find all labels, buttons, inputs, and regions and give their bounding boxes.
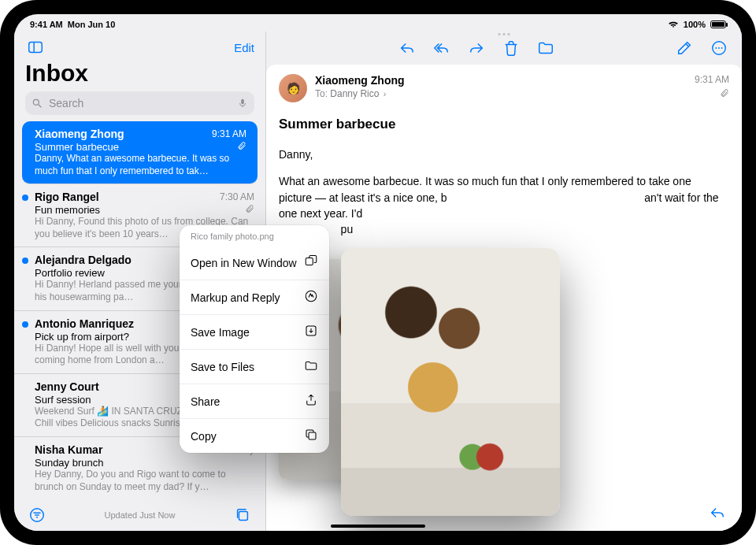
svg-point-11 bbox=[715, 47, 717, 49]
multitask-grip[interactable] bbox=[498, 33, 510, 35]
list-time: 9:31 AM bbox=[212, 128, 246, 139]
dictate-icon[interactable] bbox=[237, 98, 248, 109]
folder-icon bbox=[304, 358, 318, 375]
menu-item-label: Open in New Window bbox=[191, 257, 297, 269]
more-button[interactable] bbox=[709, 38, 729, 58]
context-menu-item[interactable]: Save Image bbox=[180, 314, 329, 349]
search-icon bbox=[32, 98, 43, 109]
list-sender: Antonio Manriquez bbox=[35, 317, 134, 330]
battery-percent: 100% bbox=[684, 20, 706, 29]
battery-icon bbox=[710, 20, 726, 28]
quick-reply-button[interactable] bbox=[707, 502, 728, 523]
context-menu-item[interactable]: Copy bbox=[180, 418, 329, 453]
to-line[interactable]: To: Danny Rico › bbox=[315, 88, 405, 99]
reply-button[interactable] bbox=[397, 38, 417, 58]
from-name[interactable]: Xiaomeng Zhong bbox=[315, 74, 405, 87]
svg-rect-9 bbox=[239, 511, 247, 520]
message-subject: Summer barbecue bbox=[266, 109, 742, 135]
list-sender: Rigo Rangel bbox=[35, 191, 99, 203]
svg-line-3 bbox=[39, 105, 42, 108]
svg-rect-17 bbox=[309, 432, 316, 439]
menu-item-label: Share bbox=[191, 395, 220, 408]
message-time: 9:31 AM bbox=[695, 74, 729, 85]
context-menu-item[interactable]: Open in New Window bbox=[180, 246, 329, 280]
context-menu-item[interactable]: Share bbox=[180, 384, 329, 418]
list-time: 7:30 AM bbox=[220, 191, 254, 202]
list-subject: Portfolio review bbox=[35, 267, 105, 279]
updated-status: Updated Just Now bbox=[47, 510, 232, 520]
list-preview: Hey Danny, Do you and Rigo want to come … bbox=[35, 469, 254, 493]
delete-button[interactable] bbox=[501, 38, 521, 58]
share-icon bbox=[304, 393, 318, 410]
new-window-icon bbox=[304, 254, 318, 271]
multi-window-button[interactable] bbox=[232, 505, 253, 525]
compose-button[interactable] bbox=[674, 38, 695, 58]
move-button[interactable] bbox=[536, 38, 556, 58]
save-down-icon bbox=[304, 324, 318, 340]
context-menu-item[interactable]: Save to Files bbox=[180, 349, 329, 384]
svg-rect-14 bbox=[306, 258, 313, 265]
attachment-icon bbox=[695, 88, 729, 100]
message-list-item[interactable]: Xiaomeng Zhong9:31 AMSummer barbecueDann… bbox=[22, 121, 258, 184]
forward-button[interactable] bbox=[466, 38, 487, 58]
search-field[interactable] bbox=[25, 91, 254, 115]
status-bar: 9:41 AM Mon Jun 10 100% bbox=[14, 14, 742, 32]
reply-all-button[interactable] bbox=[432, 38, 452, 58]
list-sender: Alejandra Delgado bbox=[35, 254, 132, 266]
list-subject: Fun memories bbox=[35, 204, 100, 216]
copy-icon bbox=[304, 428, 318, 444]
context-menu-item[interactable]: Markup and Reply bbox=[180, 280, 329, 314]
list-sender: Xiaomeng Zhong bbox=[35, 128, 124, 140]
list-sender: Nisha Kumar bbox=[35, 443, 102, 456]
attachment-icon bbox=[237, 141, 246, 153]
list-preview: Danny, What an awesome barbecue. It was … bbox=[35, 153, 246, 177]
list-subject: Sunday brunch bbox=[35, 457, 103, 469]
list-subject: Pick up from airport? bbox=[35, 331, 129, 343]
menu-item-label: Markup and Reply bbox=[191, 291, 280, 304]
svg-point-13 bbox=[721, 47, 723, 49]
status-time: 9:41 AM bbox=[30, 20, 63, 29]
context-menu-title: Rico family photo.png bbox=[180, 225, 329, 246]
filter-button[interactable] bbox=[27, 505, 47, 525]
chevron-right-icon: › bbox=[384, 89, 387, 98]
wifi-icon bbox=[668, 20, 679, 28]
search-input[interactable] bbox=[47, 96, 232, 110]
attachment-drag-preview[interactable] bbox=[341, 248, 560, 516]
sidebar-toggle-button[interactable] bbox=[25, 37, 46, 57]
home-indicator[interactable] bbox=[331, 525, 425, 528]
status-date: Mon Jun 10 bbox=[68, 20, 116, 29]
edit-button[interactable]: Edit bbox=[234, 41, 254, 54]
unread-dot-icon bbox=[22, 195, 28, 201]
svg-point-12 bbox=[718, 47, 720, 49]
unread-dot-icon bbox=[22, 258, 28, 264]
list-sender: Jenny Court bbox=[35, 380, 99, 393]
attachment-icon bbox=[245, 204, 254, 216]
menu-item-label: Save to Files bbox=[191, 361, 254, 373]
svg-rect-0 bbox=[29, 43, 43, 53]
menu-item-label: Copy bbox=[191, 430, 217, 443]
message-body: Danny, What an awesome barbecue. It was … bbox=[266, 135, 742, 253]
svg-point-2 bbox=[33, 99, 39, 105]
mailbox-title: Inbox bbox=[25, 60, 254, 87]
message-toolbar bbox=[266, 32, 742, 65]
svg-rect-4 bbox=[241, 99, 244, 104]
svg-point-15 bbox=[306, 291, 317, 302]
list-subject: Summer barbecue bbox=[35, 141, 119, 153]
sender-avatar[interactable]: 🧑 bbox=[279, 74, 307, 102]
unread-dot-icon bbox=[22, 321, 28, 328]
markup-icon bbox=[304, 289, 318, 306]
list-subject: Surf session bbox=[35, 394, 91, 406]
menu-item-label: Save Image bbox=[191, 326, 250, 339]
attachment-context-menu: Rico family photo.png Open in New Window… bbox=[180, 225, 329, 453]
